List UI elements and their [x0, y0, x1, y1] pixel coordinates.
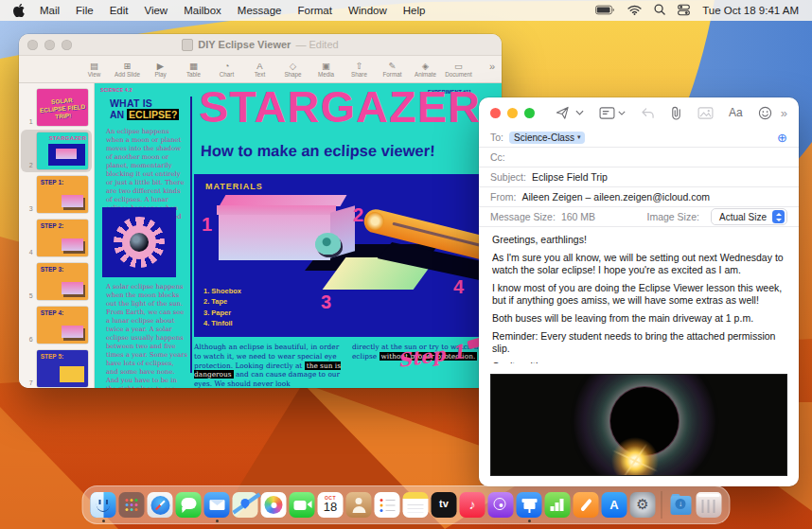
dock-app-icon[interactable]: OCT 18: [697, 492, 722, 518]
cc-field-row[interactable]: Cc:: [479, 148, 799, 168]
wifi-icon[interactable]: [627, 5, 642, 17]
battery-icon[interactable]: [595, 5, 615, 17]
add-contact-icon[interactable]: ⊕: [777, 132, 787, 144]
control-center-icon[interactable]: [678, 4, 690, 18]
slide-thumbnail[interactable]: STEP 3:: [37, 263, 88, 300]
minimize-button[interactable]: [507, 108, 518, 118]
dock-app-icon[interactable]: OCT 18: [318, 492, 344, 518]
slide-thumbnail[interactable]: STARGAZER: [37, 132, 88, 169]
slide-thumbnail-row[interactable]: 7 STEP 5:: [21, 347, 92, 388]
subject-field-row[interactable]: Subject: Eclipse Field Trip: [479, 168, 799, 187]
slide-paragraph-2[interactable]: A solar eclipse happens when the moon bl…: [106, 283, 187, 388]
from-value[interactable]: Aileen Zeigen – aileen.zeigen@icloud.com: [521, 191, 710, 203]
send-options-chevron-icon[interactable]: [575, 110, 584, 115]
menu-item[interactable]: Mail: [40, 5, 60, 16]
toolbar-button[interactable]: ◇ Shape: [276, 61, 309, 78]
slide-thumbnail[interactable]: STEP 1:: [37, 176, 88, 213]
dock-app-icon[interactable]: OCT 18: [261, 492, 287, 518]
materials-panel[interactable]: MATERIALS 1234 1. Shoebox2. Tape3. Paper…: [194, 174, 502, 337]
dock-app-icon[interactable]: OCT 18: [375, 492, 400, 518]
to-field-row[interactable]: To: Science-Class ▾ ⊕: [479, 128, 799, 148]
course-code-text[interactable]: SCIENCE 4.2: [100, 87, 132, 93]
dock-app-icon[interactable]: OCT 18: [630, 492, 656, 518]
slide-thumbnail-row[interactable]: 3 STEP 1:: [21, 173, 92, 216]
slide-thumbnail-row[interactable]: 4 STEP 2:: [21, 217, 92, 259]
dock-app-icon[interactable]: OCT 18: [176, 492, 202, 518]
emoji-picker-icon[interactable]: [758, 106, 772, 120]
slide-subtitle[interactable]: How to make an eclipse viewer!: [201, 142, 435, 160]
toolbar-button[interactable]: ✎ Format: [376, 61, 409, 78]
menu-item[interactable]: Edit: [110, 5, 129, 16]
slide-thumbnail-row[interactable]: 6 STEP 4:: [21, 304, 92, 346]
dock-app-icon[interactable]: OCT 18: [662, 491, 662, 519]
menu-item[interactable]: Format: [297, 5, 331, 16]
menu-item[interactable]: View: [144, 5, 168, 16]
toolbar-button[interactable]: ▤ View: [78, 61, 111, 78]
dock-app-icon[interactable]: OCT 18: [668, 492, 694, 518]
toolbar-button[interactable]: ⇧ Share: [343, 61, 376, 78]
toolbar-button[interactable]: ▭ Document: [442, 61, 475, 78]
message-size-row: Message Size: 160 MB Image Size: Actual …: [479, 207, 799, 227]
eclipse-photo-attachment[interactable]: [491, 375, 786, 475]
toolbar-button[interactable]: ◔ Chart: [210, 61, 243, 78]
menu-item[interactable]: File: [76, 5, 94, 16]
slide-heading-line2[interactable]: AN ECLIPSE?: [110, 109, 179, 120]
dock-app-icon[interactable]: OCT 18: [460, 492, 485, 518]
dock-app-icon[interactable]: OCT 18: [488, 492, 514, 518]
zoom-button[interactable]: [524, 108, 535, 118]
dock-app-icon[interactable]: OCT 18: [346, 492, 372, 518]
slide-heading-line1[interactable]: WHAT IS: [110, 97, 152, 109]
dock-app-icon[interactable]: OCT 18: [290, 492, 315, 518]
dock-app-icon[interactable]: OCT 18: [148, 492, 173, 518]
dock-app-icon[interactable]: OCT 18: [517, 492, 542, 518]
dock-app-icon[interactable]: OCT 18: [432, 492, 457, 518]
dock-app-icon[interactable]: OCT 18: [545, 492, 571, 518]
slide-thumbnail-row[interactable]: 2 STARGAZER: [21, 130, 92, 172]
toolbar-overflow-chevron-icon[interactable]: »: [489, 61, 495, 72]
toolbar-button[interactable]: ⊞ Add Slide: [111, 61, 144, 78]
from-field-row[interactable]: From: Aileen Zeigen – aileen.zeigen@iclo…: [479, 187, 799, 207]
dock-app-icon[interactable]: OCT 18: [119, 492, 145, 518]
slide-thumbnail[interactable]: STEP 5:: [37, 350, 88, 387]
toolbar-button[interactable]: A Text: [243, 61, 276, 78]
menu-item[interactable]: Help: [403, 5, 426, 16]
slide-thumbnail[interactable]: STEP 4:: [37, 307, 88, 344]
attach-paperclip-icon[interactable]: [670, 106, 682, 120]
close-button[interactable]: [490, 108, 501, 118]
message-body[interactable]: Greetings, earthlings!As I'm sure you al…: [479, 226, 799, 363]
warning-text-column-1[interactable]: Although an eclipse is beautiful, in ord…: [194, 343, 344, 388]
callout-number: 1: [202, 214, 212, 236]
toolbar-button[interactable]: ◈ Animate: [409, 61, 442, 78]
format-fonts-button[interactable]: Aa: [729, 106, 743, 119]
dock-app-icon[interactable]: OCT 18: [204, 492, 230, 518]
header-fields-icon[interactable]: [599, 107, 626, 119]
toolbar-button[interactable]: ▶ Play: [144, 61, 177, 78]
slide-thumbnail[interactable]: SOLAR ECLIPSE FIELD TRIP!: [37, 89, 88, 126]
spotlight-search-icon[interactable]: [654, 4, 665, 17]
send-icon[interactable]: [556, 106, 570, 120]
menu-bar-clock[interactable]: Tue Oct 18 9:41 AM: [702, 5, 799, 16]
slide-thumbnail[interactable]: STEP 2:: [37, 220, 88, 256]
slide-thumbnail-row[interactable]: 1 SOLAR ECLIPSE FIELD TRIP!: [21, 86, 92, 129]
slide-thumbnail-row[interactable]: 5 STEP 3:: [21, 260, 92, 303]
sun-illustration-box[interactable]: [102, 207, 176, 277]
dock-app-icon[interactable]: OCT 18: [403, 492, 429, 518]
body-paragraph: Reminder: Every student needs to bring t…: [492, 330, 786, 355]
toolbar-button[interactable]: ▦ Table: [177, 61, 210, 78]
menu-item[interactable]: Message: [238, 5, 282, 16]
menu-item[interactable]: Mailbox: [184, 5, 221, 16]
dock-app-icon[interactable]: OCT 18: [91, 492, 116, 518]
slide-title-stargazer[interactable]: STARGAZER: [199, 83, 481, 132]
toolbar-overflow-chevron-icon[interactable]: »: [781, 106, 787, 120]
apple-logo-icon[interactable]: [13, 4, 25, 17]
subject-value[interactable]: Eclipse Field Trip: [532, 171, 608, 183]
recipient-token[interactable]: Science-Class ▾: [509, 132, 585, 144]
dock-app-icon[interactable]: OCT 18: [602, 492, 627, 518]
menu-item[interactable]: Window: [348, 5, 387, 16]
dock-app-icon[interactable]: OCT 18: [233, 492, 258, 518]
image-size-dropdown[interactable]: Actual Size: [711, 208, 787, 225]
toolbar-button[interactable]: ▣ Media: [309, 61, 343, 78]
dock-app-icon[interactable]: OCT 18: [574, 492, 599, 518]
dock-icon-art: [265, 496, 283, 514]
document-proxy-icon[interactable]: [182, 39, 193, 51]
